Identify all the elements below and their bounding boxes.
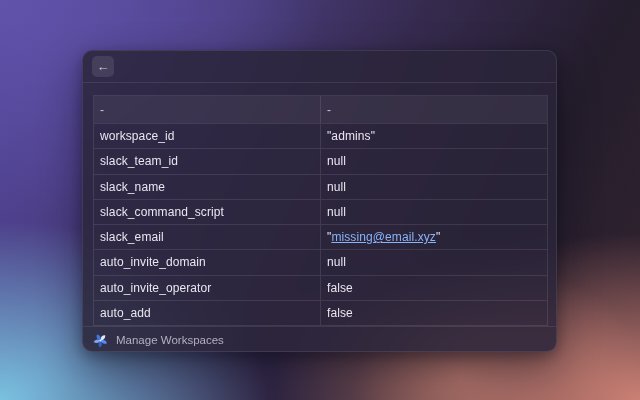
window-footer: Manage Workspaces [83,326,556,352]
manage-workspaces-window: ← - - workspace_id"admins"slack_team_idn… [82,50,557,352]
row-key: auto_add [94,301,321,325]
row-key: slack_team_id [94,149,321,173]
table-row: slack_command_scriptnull [94,199,547,224]
table-row: auto_addfalse [94,300,547,325]
table-row: slack_email"missing@email.xyz" [94,224,547,249]
close-quote: " [436,230,440,244]
table-header-value: - [321,96,547,123]
email-link[interactable]: missing@email.xyz [331,230,436,244]
row-value: null [321,149,547,173]
row-key: slack_name [94,175,321,199]
row-value: false [321,301,547,325]
row-key: auto_invite_operator [94,276,321,300]
footer-label: Manage Workspaces [116,334,224,346]
table-row: workspace_id"admins" [94,123,547,148]
row-value: null [321,175,547,199]
table-row: slack_namenull [94,174,547,199]
pinwheel-app-icon [93,333,108,348]
table-area: - - workspace_id"admins"slack_team_idnul… [83,83,556,326]
row-value: null [321,200,547,224]
table-row: slack_team_idnull [94,148,547,173]
table-header-row: - - [94,96,547,123]
row-value: null [321,250,547,274]
row-key: auto_invite_domain [94,250,321,274]
table-row: auto_invite_operatorfalse [94,275,547,300]
row-key: slack_command_script [94,200,321,224]
row-key: slack_email [94,225,321,249]
row-key: workspace_id [94,124,321,148]
back-arrow-icon: ← [97,59,110,74]
workspace-properties-table: - - workspace_id"admins"slack_team_idnul… [93,95,548,326]
window-titlebar: ← [83,51,556,83]
row-value: "admins" [321,124,547,148]
table-header-key: - [94,96,321,123]
row-value: false [321,276,547,300]
table-row: auto_invite_domainnull [94,249,547,274]
row-value: "missing@email.xyz" [321,225,547,249]
back-button[interactable]: ← [92,56,114,77]
